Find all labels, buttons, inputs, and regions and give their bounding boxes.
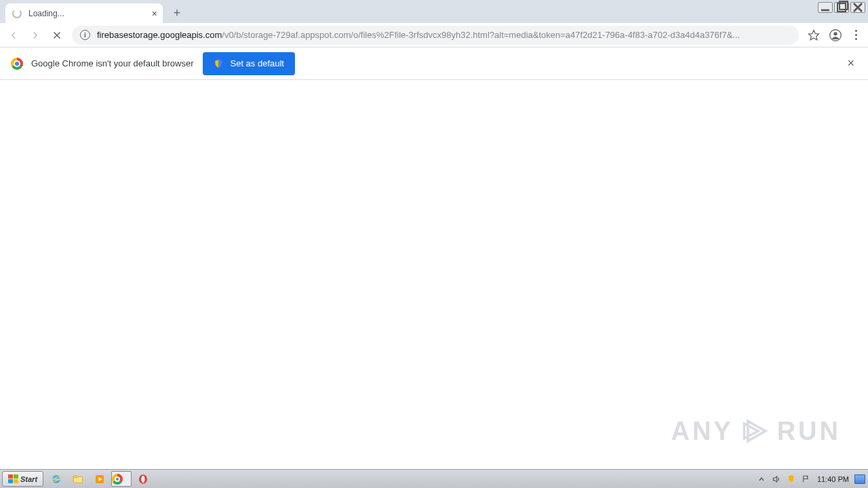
svg-marker-11 xyxy=(744,424,757,439)
show-desktop-button[interactable] xyxy=(854,474,865,484)
set-default-label: Set as default xyxy=(230,58,284,68)
play-icon xyxy=(741,416,770,446)
tray-expand-icon[interactable] xyxy=(756,474,767,485)
taskbar-ie-icon[interactable] xyxy=(46,471,66,487)
tray-volume-icon[interactable] xyxy=(771,474,782,485)
back-button[interactable] xyxy=(4,26,23,45)
svg-rect-15 xyxy=(73,475,77,477)
minimize-button[interactable] xyxy=(818,2,833,13)
windows-taskbar: Start 11:40 PM xyxy=(0,469,868,488)
chrome-menu-button[interactable] xyxy=(848,26,864,45)
svg-marker-7 xyxy=(809,30,819,39)
shield-icon xyxy=(214,58,223,69)
window-controls xyxy=(818,2,865,13)
taskbar-opera-icon[interactable] xyxy=(133,471,153,487)
svg-point-9 xyxy=(833,32,837,35)
default-browser-infobar: Google Chrome isn't your default browser… xyxy=(0,47,868,80)
profile-avatar-icon[interactable] xyxy=(826,26,845,45)
taskbar-explorer-icon[interactable] xyxy=(68,471,88,487)
start-button[interactable]: Start xyxy=(2,471,43,487)
start-label: Start xyxy=(20,475,37,483)
site-info-icon[interactable] xyxy=(80,30,90,40)
taskbar-clock[interactable]: 11:40 PM xyxy=(816,475,850,483)
set-default-button[interactable]: Set as default xyxy=(203,52,295,75)
stop-button[interactable] xyxy=(47,26,66,45)
loading-spinner-icon xyxy=(12,9,22,18)
tab-title: Loading... xyxy=(28,9,64,18)
tab-strip: Loading... × + xyxy=(0,0,868,23)
close-tab-icon[interactable]: × xyxy=(152,8,157,19)
forward-button[interactable] xyxy=(26,26,45,45)
watermark-right: RUN xyxy=(777,417,841,446)
url-host: firebasestorage.googleapis.com xyxy=(97,30,222,40)
system-tray: 11:40 PM xyxy=(753,470,868,488)
browser-tab[interactable]: Loading... × xyxy=(5,3,163,23)
svg-point-19 xyxy=(141,475,144,483)
anyrun-watermark: ANY RUN xyxy=(671,416,841,446)
new-tab-button[interactable]: + xyxy=(168,4,186,22)
svg-marker-10 xyxy=(748,421,766,441)
infobar-message: Google Chrome isn't your default browser xyxy=(31,58,193,68)
taskbar-chrome-icon[interactable] xyxy=(111,471,132,487)
close-window-button[interactable] xyxy=(850,2,865,13)
bookmark-star-icon[interactable] xyxy=(804,26,823,45)
chrome-logo-icon xyxy=(11,58,23,70)
browser-toolbar: firebasestorage.googleapis.com/v0/b/stor… xyxy=(0,23,868,47)
address-bar[interactable]: firebasestorage.googleapis.com/v0/b/stor… xyxy=(72,26,799,45)
svg-rect-1 xyxy=(837,3,846,12)
tray-shield-icon[interactable] xyxy=(786,474,797,485)
windows-flag-icon xyxy=(8,474,18,483)
page-content: ANY RUN xyxy=(0,80,868,469)
taskbar-media-icon[interactable] xyxy=(90,471,110,487)
url-path: /v0/b/storage-729af.appspot.com/o/files%… xyxy=(222,30,740,40)
maximize-button[interactable] xyxy=(834,2,849,13)
tray-flag-icon[interactable] xyxy=(801,474,812,485)
svg-rect-2 xyxy=(840,1,848,9)
svg-marker-20 xyxy=(773,476,776,481)
watermark-left: ANY xyxy=(671,417,733,446)
close-infobar-icon[interactable]: × xyxy=(844,56,857,70)
